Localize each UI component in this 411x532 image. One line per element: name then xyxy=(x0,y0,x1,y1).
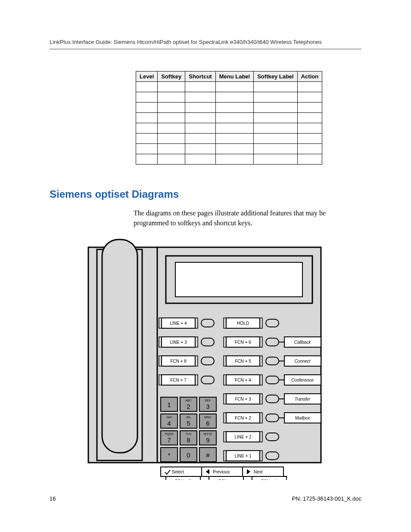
dialpad-number: 4 xyxy=(167,420,171,427)
dialpad-letters: GHI xyxy=(166,416,172,419)
dialpad-number: * xyxy=(168,451,171,459)
fcn-key-button[interactable] xyxy=(266,319,279,327)
fcn-key-text: FCN + 4 xyxy=(235,378,251,383)
dialpad-letters: JKL xyxy=(186,416,191,419)
line-key-text: LINE + 3 xyxy=(170,340,187,345)
bottom-fcn-text: FCN + 0 xyxy=(175,479,191,480)
table-row xyxy=(136,123,322,134)
line-key-text: FCN + 8 xyxy=(170,359,187,364)
intro-paragraph: The diagrams on these pages illustrate a… xyxy=(134,208,361,228)
dialpad-letters: DEF xyxy=(205,399,211,402)
fcn-key-text: HOLD xyxy=(237,321,249,326)
dialpad-number: 5 xyxy=(187,420,190,427)
table-row xyxy=(136,82,322,92)
dialpad-letters: WXYZ xyxy=(203,432,212,436)
nav-label: Select xyxy=(172,470,184,474)
fcn-key-text: LINE + 1 xyxy=(234,454,252,458)
line-key-button[interactable] xyxy=(201,319,214,327)
feature-label-text: Conference xyxy=(291,378,314,383)
table-header: Softkey Label xyxy=(254,72,298,82)
table-row xyxy=(136,103,322,113)
nav-label: Previous xyxy=(213,470,230,474)
fcn-key-button[interactable] xyxy=(266,414,279,422)
table-row xyxy=(136,154,322,165)
softkey-table: LevelSoftkeyShortcutMenu LabelSoftkey La… xyxy=(136,71,361,165)
table-row xyxy=(136,113,322,123)
document-header: LinkPlus Interface Guide: Siemens Hicom/… xyxy=(50,39,361,50)
svg-rect-5 xyxy=(175,262,302,297)
dialpad-letters: TUV xyxy=(186,432,192,436)
table-header: Softkey xyxy=(158,72,185,82)
dialpad-letters: ABC xyxy=(185,399,191,402)
dialpad-letters: MNO xyxy=(204,416,212,419)
table-row xyxy=(136,134,322,144)
fcn-key-button[interactable] xyxy=(266,376,279,384)
dialpad-number: 9 xyxy=(206,436,209,444)
line-key-text: LINE + 4 xyxy=(170,321,187,326)
dialpad-number: # xyxy=(206,451,210,459)
table-header: Level xyxy=(136,72,158,82)
line-key-text: FCN + 7 xyxy=(170,378,187,383)
table-header: Menu Label xyxy=(215,72,254,82)
bottom-fcn-text: FCN + * xyxy=(218,479,234,480)
dialpad-number: 6 xyxy=(206,420,209,427)
fcn-key-button[interactable] xyxy=(266,357,279,365)
page-number: 16 xyxy=(50,495,56,502)
fcn-key-text: FCN + 3 xyxy=(235,397,251,401)
dialpad-number: 1 xyxy=(167,401,171,408)
fcn-key-text: FCN + 6 xyxy=(235,340,251,345)
fcn-key-text: FCN + 2 xyxy=(235,416,251,420)
fcn-key-button[interactable] xyxy=(266,338,279,346)
feature-label-text: Connect xyxy=(294,359,311,364)
table-header: Action xyxy=(297,72,322,82)
phone-diagram: LINE + 4LINE + 3FCN + 8FCN + 7HOLDFCN + … xyxy=(84,239,361,482)
table-row xyxy=(136,144,322,154)
dialpad-number: 8 xyxy=(187,436,190,444)
fcn-key-button[interactable] xyxy=(266,452,279,460)
line-key-button[interactable] xyxy=(201,357,214,365)
table-header: Shortcut xyxy=(185,72,215,82)
dialpad-number: 2 xyxy=(187,403,190,410)
dialpad-letters: PQRS xyxy=(165,432,174,436)
feature-label-text: Callback xyxy=(294,340,311,345)
table-row xyxy=(136,92,322,103)
fcn-key-text: LINE + 2 xyxy=(234,435,252,439)
line-key-button[interactable] xyxy=(201,338,214,346)
fcn-key-button[interactable] xyxy=(266,395,279,403)
nav-label: Next xyxy=(254,470,263,474)
line-key-button[interactable] xyxy=(201,376,214,384)
part-number: PN: 1725-36143-001_K.doc xyxy=(292,495,361,502)
section-heading: Siemens optiset Diagrams xyxy=(50,188,361,200)
svg-rect-2 xyxy=(102,240,137,453)
fcn-key-text: FCN + 5 xyxy=(235,359,251,364)
dialpad-number: 7 xyxy=(167,436,171,444)
dialpad-number: 0 xyxy=(187,451,190,459)
dialpad-number: 3 xyxy=(206,403,209,410)
feature-label-text: Mailbox xyxy=(295,416,310,420)
bottom-fcn-text: FCN + # xyxy=(261,479,277,480)
fcn-key-button[interactable] xyxy=(266,433,279,441)
feature-label-text: Transfer xyxy=(295,397,311,401)
